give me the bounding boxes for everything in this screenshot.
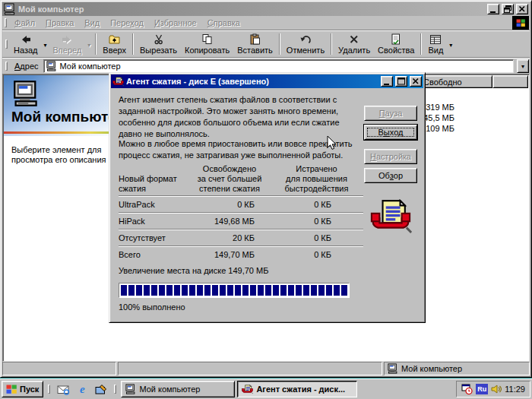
up-label: Вверх xyxy=(103,46,126,55)
table-row-freed: 20 КБ xyxy=(189,231,270,245)
menu-help[interactable]: Справка xyxy=(202,17,245,28)
task-compression-agent[interactable]: Агент сжатия - диск... xyxy=(237,381,357,397)
toolbar-separator xyxy=(95,33,97,55)
windows-flag-icon xyxy=(516,19,526,27)
my-computer-icon xyxy=(125,384,136,394)
table-rule xyxy=(119,195,363,197)
my-computer-icon xyxy=(46,61,57,71)
copy-button[interactable]: Копировать xyxy=(181,32,233,56)
my-computer-icon xyxy=(4,3,16,15)
delete-icon xyxy=(348,33,360,46)
table-row-spent: 0 КБ xyxy=(270,248,363,261)
table-row-spent: 0 КБ xyxy=(270,231,363,245)
close-icon xyxy=(518,5,527,14)
restore-icon xyxy=(503,5,512,14)
addressbar-grip[interactable] xyxy=(5,62,8,71)
table-row-format: HiPack xyxy=(119,214,189,228)
volume-icon[interactable] xyxy=(491,384,502,394)
task-my-computer[interactable]: Мой компьютер xyxy=(121,381,235,397)
progress-fill xyxy=(121,285,347,296)
views-dropdown[interactable]: ▾ xyxy=(447,40,454,49)
cut-button[interactable]: Вырезать xyxy=(136,32,181,56)
mouse-cursor xyxy=(327,135,337,150)
paste-label: Вставить xyxy=(237,46,273,55)
cut-label: Вырезать xyxy=(140,46,177,55)
status-bar: Мой компьютер xyxy=(2,362,530,375)
quicklaunch-show-desktop[interactable] xyxy=(93,381,109,397)
compression-table: Новый формат сжатия Освобождено за счет … xyxy=(119,163,363,261)
table-row-freed: 149,68 МБ xyxy=(189,214,270,228)
browse-button[interactable]: Обзор xyxy=(364,168,417,183)
toolbar-grip[interactable] xyxy=(5,40,8,49)
desktop: Мой компьютер Файл Правка Вид Переход Из… xyxy=(0,0,532,399)
properties-button[interactable]: Свойства xyxy=(374,32,418,56)
forward-icon xyxy=(61,33,73,46)
views-label: Вид xyxy=(428,46,443,55)
back-dropdown[interactable]: ▾ xyxy=(42,40,49,49)
column-header-blank[interactable] xyxy=(492,75,528,88)
my-computer-icon xyxy=(388,363,398,374)
menu-file[interactable]: Файл xyxy=(9,17,40,28)
table-row-format: Всего xyxy=(119,248,189,261)
status-panel-selection: Мой компьютер xyxy=(384,362,530,375)
menubar-grip[interactable] xyxy=(5,18,7,27)
start-button[interactable]: Пуск xyxy=(2,381,43,397)
address-dropdown[interactable]: ▾ xyxy=(517,59,529,73)
views-button[interactable]: Вид xyxy=(424,32,447,56)
address-value: Мой компьютер xyxy=(60,62,121,71)
my-computer-large-icon xyxy=(13,80,40,107)
exit-button[interactable]: Выход xyxy=(364,125,417,140)
up-folder-icon xyxy=(109,33,121,46)
properties-icon xyxy=(390,33,402,46)
toolbar-separator xyxy=(331,33,332,55)
quicklaunch-outlook-express[interactable] xyxy=(55,381,71,397)
language-indicator[interactable]: Ru xyxy=(476,384,488,394)
dialog-maximize-button[interactable] xyxy=(395,76,407,87)
table-row-format: Отсутствует xyxy=(119,231,189,245)
compression-agent-icon xyxy=(112,77,124,87)
quicklaunch-internet-explorer[interactable]: e xyxy=(74,381,90,397)
taskbar-grip[interactable] xyxy=(48,385,50,394)
back-icon xyxy=(20,33,32,46)
undo-button[interactable]: Отменить xyxy=(283,32,328,56)
table-row-freed: 0 КБ xyxy=(189,198,270,211)
focus-ring xyxy=(367,128,414,137)
table-rule xyxy=(119,212,363,214)
status-selection-text: Мой компьютер xyxy=(401,364,462,373)
windows-flag-icon xyxy=(6,385,17,394)
close-button[interactable] xyxy=(516,4,528,14)
restore-button[interactable] xyxy=(502,4,514,14)
paste-icon xyxy=(249,33,261,46)
dialog-close-button[interactable] xyxy=(410,76,422,87)
paste-button[interactable]: Вставить xyxy=(233,32,277,56)
table-row-freed: 149,70 МБ xyxy=(189,248,270,261)
minimize-button[interactable] xyxy=(487,4,499,14)
dialog-titlebar[interactable]: Агент сжатия - диск E (завершено) xyxy=(111,74,423,88)
task-label: Агент сжатия - диск... xyxy=(256,385,345,394)
address-input[interactable]: Мой компьютер xyxy=(43,59,514,73)
menu-edit[interactable]: Правка xyxy=(40,17,79,28)
menu-favorites[interactable]: Избранное xyxy=(149,17,202,28)
window-titlebar[interactable]: Мой компьютер xyxy=(2,2,530,16)
back-label: Назад xyxy=(14,46,38,55)
clock[interactable]: 11:29 xyxy=(505,385,525,394)
menu-view[interactable]: Вид xyxy=(79,17,105,28)
disk-gain-label: Увеличение места на диске 149,70 МБ xyxy=(119,266,268,275)
outlook-express-icon xyxy=(57,384,70,395)
close-icon xyxy=(411,77,420,86)
undo-label: Отменить xyxy=(287,46,325,55)
task-scheduler-icon[interactable] xyxy=(461,384,473,394)
up-button[interactable]: Вверх xyxy=(99,32,130,56)
system-tray: Ru 11:29 xyxy=(456,381,530,397)
delete-button[interactable]: Удалить xyxy=(334,32,374,56)
table-row-format: UltraPack xyxy=(119,198,189,211)
copy-icon xyxy=(201,33,214,46)
toolbar-separator xyxy=(279,33,280,55)
dialog-minimize-button[interactable] xyxy=(381,76,393,87)
taskbar-grip[interactable] xyxy=(114,385,116,394)
window-title: Мой компьютер xyxy=(18,5,485,14)
back-button[interactable]: Назад xyxy=(10,32,42,56)
forward-dropdown: ▾ xyxy=(85,40,93,49)
menu-go[interactable]: Переход xyxy=(105,17,149,28)
toolbar-separator xyxy=(132,33,134,55)
